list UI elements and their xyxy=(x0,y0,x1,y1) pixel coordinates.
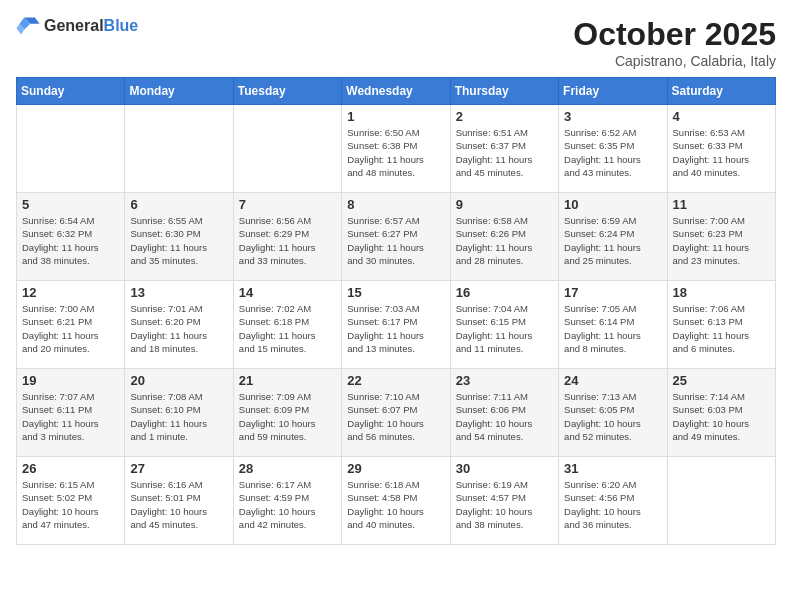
day-info: Sunrise: 6:58 AM Sunset: 6:26 PM Dayligh… xyxy=(456,214,553,267)
calendar-cell: 6Sunrise: 6:55 AM Sunset: 6:30 PM Daylig… xyxy=(125,193,233,281)
day-number: 4 xyxy=(673,109,770,124)
day-info: Sunrise: 6:50 AM Sunset: 6:38 PM Dayligh… xyxy=(347,126,444,179)
calendar-cell: 2Sunrise: 6:51 AM Sunset: 6:37 PM Daylig… xyxy=(450,105,558,193)
day-info: Sunrise: 6:54 AM Sunset: 6:32 PM Dayligh… xyxy=(22,214,119,267)
calendar-cell: 25Sunrise: 7:14 AM Sunset: 6:03 PM Dayli… xyxy=(667,369,775,457)
logo-text: GeneralBlue xyxy=(44,17,138,35)
calendar-cell: 15Sunrise: 7:03 AM Sunset: 6:17 PM Dayli… xyxy=(342,281,450,369)
calendar-cell: 24Sunrise: 7:13 AM Sunset: 6:05 PM Dayli… xyxy=(559,369,667,457)
location-subtitle: Capistrano, Calabria, Italy xyxy=(573,53,776,69)
month-title: October 2025 xyxy=(573,16,776,53)
day-number: 15 xyxy=(347,285,444,300)
day-info: Sunrise: 7:04 AM Sunset: 6:15 PM Dayligh… xyxy=(456,302,553,355)
calendar-row: 1Sunrise: 6:50 AM Sunset: 6:38 PM Daylig… xyxy=(17,105,776,193)
calendar-cell: 1Sunrise: 6:50 AM Sunset: 6:38 PM Daylig… xyxy=(342,105,450,193)
day-info: Sunrise: 7:07 AM Sunset: 6:11 PM Dayligh… xyxy=(22,390,119,443)
day-info: Sunrise: 6:15 AM Sunset: 5:02 PM Dayligh… xyxy=(22,478,119,531)
day-number: 23 xyxy=(456,373,553,388)
calendar-cell xyxy=(667,457,775,545)
weekday-header-row: SundayMondayTuesdayWednesdayThursdayFrid… xyxy=(17,78,776,105)
logo-blue: Blue xyxy=(104,17,139,34)
day-number: 13 xyxy=(130,285,227,300)
calendar-cell: 29Sunrise: 6:18 AM Sunset: 4:58 PM Dayli… xyxy=(342,457,450,545)
calendar-cell: 8Sunrise: 6:57 AM Sunset: 6:27 PM Daylig… xyxy=(342,193,450,281)
calendar-table: SundayMondayTuesdayWednesdayThursdayFrid… xyxy=(16,77,776,545)
calendar-cell: 28Sunrise: 6:17 AM Sunset: 4:59 PM Dayli… xyxy=(233,457,341,545)
day-number: 28 xyxy=(239,461,336,476)
day-info: Sunrise: 7:06 AM Sunset: 6:13 PM Dayligh… xyxy=(673,302,770,355)
weekday-header-thursday: Thursday xyxy=(450,78,558,105)
day-info: Sunrise: 6:57 AM Sunset: 6:27 PM Dayligh… xyxy=(347,214,444,267)
day-number: 31 xyxy=(564,461,661,476)
day-number: 30 xyxy=(456,461,553,476)
calendar-cell: 17Sunrise: 7:05 AM Sunset: 6:14 PM Dayli… xyxy=(559,281,667,369)
page-header: GeneralBlue October 2025 Capistrano, Cal… xyxy=(16,16,776,69)
logo-icon xyxy=(16,16,40,36)
calendar-cell: 7Sunrise: 6:56 AM Sunset: 6:29 PM Daylig… xyxy=(233,193,341,281)
day-info: Sunrise: 6:18 AM Sunset: 4:58 PM Dayligh… xyxy=(347,478,444,531)
calendar-cell: 10Sunrise: 6:59 AM Sunset: 6:24 PM Dayli… xyxy=(559,193,667,281)
day-number: 5 xyxy=(22,197,119,212)
calendar-cell: 14Sunrise: 7:02 AM Sunset: 6:18 PM Dayli… xyxy=(233,281,341,369)
day-number: 18 xyxy=(673,285,770,300)
day-number: 14 xyxy=(239,285,336,300)
day-number: 11 xyxy=(673,197,770,212)
day-info: Sunrise: 7:03 AM Sunset: 6:17 PM Dayligh… xyxy=(347,302,444,355)
calendar-cell: 9Sunrise: 6:58 AM Sunset: 6:26 PM Daylig… xyxy=(450,193,558,281)
weekday-header-tuesday: Tuesday xyxy=(233,78,341,105)
calendar-cell: 16Sunrise: 7:04 AM Sunset: 6:15 PM Dayli… xyxy=(450,281,558,369)
weekday-header-saturday: Saturday xyxy=(667,78,775,105)
calendar-cell: 11Sunrise: 7:00 AM Sunset: 6:23 PM Dayli… xyxy=(667,193,775,281)
calendar-cell: 27Sunrise: 6:16 AM Sunset: 5:01 PM Dayli… xyxy=(125,457,233,545)
calendar-row: 26Sunrise: 6:15 AM Sunset: 5:02 PM Dayli… xyxy=(17,457,776,545)
calendar-cell: 4Sunrise: 6:53 AM Sunset: 6:33 PM Daylig… xyxy=(667,105,775,193)
day-info: Sunrise: 6:52 AM Sunset: 6:35 PM Dayligh… xyxy=(564,126,661,179)
day-number: 8 xyxy=(347,197,444,212)
day-number: 22 xyxy=(347,373,444,388)
calendar-cell: 19Sunrise: 7:07 AM Sunset: 6:11 PM Dayli… xyxy=(17,369,125,457)
day-info: Sunrise: 6:56 AM Sunset: 6:29 PM Dayligh… xyxy=(239,214,336,267)
day-info: Sunrise: 6:16 AM Sunset: 5:01 PM Dayligh… xyxy=(130,478,227,531)
day-info: Sunrise: 6:55 AM Sunset: 6:30 PM Dayligh… xyxy=(130,214,227,267)
day-info: Sunrise: 7:00 AM Sunset: 6:21 PM Dayligh… xyxy=(22,302,119,355)
day-info: Sunrise: 7:05 AM Sunset: 6:14 PM Dayligh… xyxy=(564,302,661,355)
day-number: 24 xyxy=(564,373,661,388)
weekday-header-friday: Friday xyxy=(559,78,667,105)
calendar-cell xyxy=(125,105,233,193)
title-area: October 2025 Capistrano, Calabria, Italy xyxy=(573,16,776,69)
day-info: Sunrise: 6:20 AM Sunset: 4:56 PM Dayligh… xyxy=(564,478,661,531)
day-number: 27 xyxy=(130,461,227,476)
calendar-row: 5Sunrise: 6:54 AM Sunset: 6:32 PM Daylig… xyxy=(17,193,776,281)
day-number: 21 xyxy=(239,373,336,388)
calendar-cell xyxy=(233,105,341,193)
day-number: 29 xyxy=(347,461,444,476)
day-info: Sunrise: 6:17 AM Sunset: 4:59 PM Dayligh… xyxy=(239,478,336,531)
calendar-cell: 5Sunrise: 6:54 AM Sunset: 6:32 PM Daylig… xyxy=(17,193,125,281)
calendar-cell: 21Sunrise: 7:09 AM Sunset: 6:09 PM Dayli… xyxy=(233,369,341,457)
day-number: 6 xyxy=(130,197,227,212)
weekday-header-sunday: Sunday xyxy=(17,78,125,105)
day-info: Sunrise: 7:09 AM Sunset: 6:09 PM Dayligh… xyxy=(239,390,336,443)
calendar-cell: 20Sunrise: 7:08 AM Sunset: 6:10 PM Dayli… xyxy=(125,369,233,457)
day-info: Sunrise: 7:13 AM Sunset: 6:05 PM Dayligh… xyxy=(564,390,661,443)
day-info: Sunrise: 7:01 AM Sunset: 6:20 PM Dayligh… xyxy=(130,302,227,355)
calendar-cell: 13Sunrise: 7:01 AM Sunset: 6:20 PM Dayli… xyxy=(125,281,233,369)
calendar-cell xyxy=(17,105,125,193)
calendar-cell: 23Sunrise: 7:11 AM Sunset: 6:06 PM Dayli… xyxy=(450,369,558,457)
day-info: Sunrise: 7:08 AM Sunset: 6:10 PM Dayligh… xyxy=(130,390,227,443)
day-number: 1 xyxy=(347,109,444,124)
day-info: Sunrise: 7:02 AM Sunset: 6:18 PM Dayligh… xyxy=(239,302,336,355)
day-info: Sunrise: 6:19 AM Sunset: 4:57 PM Dayligh… xyxy=(456,478,553,531)
day-number: 2 xyxy=(456,109,553,124)
day-info: Sunrise: 6:51 AM Sunset: 6:37 PM Dayligh… xyxy=(456,126,553,179)
day-number: 7 xyxy=(239,197,336,212)
day-number: 12 xyxy=(22,285,119,300)
day-number: 26 xyxy=(22,461,119,476)
calendar-cell: 26Sunrise: 6:15 AM Sunset: 5:02 PM Dayli… xyxy=(17,457,125,545)
calendar-cell: 12Sunrise: 7:00 AM Sunset: 6:21 PM Dayli… xyxy=(17,281,125,369)
day-number: 3 xyxy=(564,109,661,124)
day-number: 16 xyxy=(456,285,553,300)
calendar-cell: 18Sunrise: 7:06 AM Sunset: 6:13 PM Dayli… xyxy=(667,281,775,369)
weekday-header-wednesday: Wednesday xyxy=(342,78,450,105)
day-info: Sunrise: 7:11 AM Sunset: 6:06 PM Dayligh… xyxy=(456,390,553,443)
